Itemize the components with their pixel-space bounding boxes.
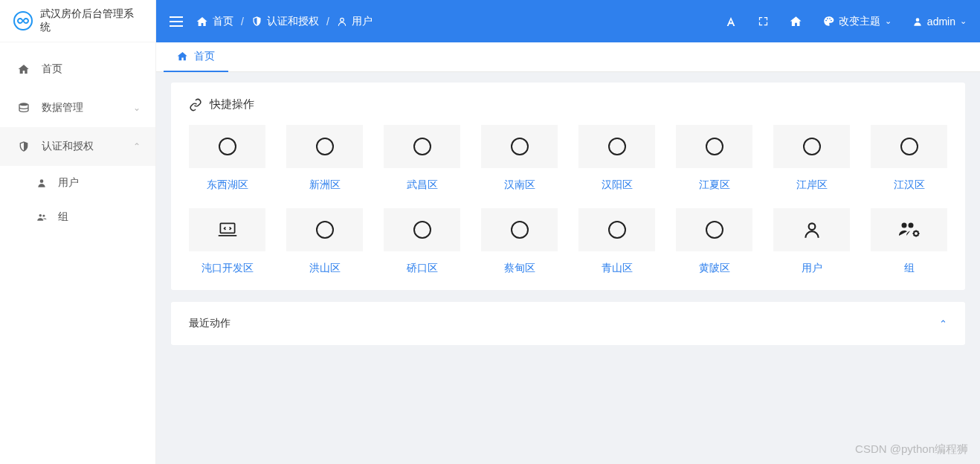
database-icon: [18, 102, 30, 114]
home-icon: [177, 51, 188, 62]
home-button[interactable]: [790, 15, 802, 28]
sidebar-item-data-mgmt[interactable]: 数据管理 ⌄: [0, 88, 155, 127]
circle-icon: [706, 221, 723, 239]
sidebar-item-home[interactable]: 首页: [0, 50, 155, 88]
main-area: 首页 / 认证和授权 / 用户: [156, 0, 980, 464]
laptop-code-icon: [217, 221, 238, 239]
quick-item-label: 江汉区: [894, 178, 925, 192]
breadcrumb-home[interactable]: 首页: [196, 15, 233, 28]
sidebar-item-auth[interactable]: 认证和授权 ⌃: [0, 127, 155, 166]
circle-icon: [608, 138, 626, 155]
svg-rect-5: [170, 21, 183, 22]
tab-label: 首页: [194, 50, 215, 63]
quick-item-label: 汉阳区: [602, 178, 633, 192]
content: 快捷操作 东西湖区 新洲区 武昌区 汉南区 汉阳区 江夏区 江岸区 江汉区 沌口…: [156, 72, 980, 464]
logo-icon: [13, 11, 33, 30]
quick-item[interactable]: 青山区: [578, 208, 655, 275]
svg-point-8: [916, 18, 920, 22]
chevron-down-icon: ⌄: [960, 16, 967, 26]
quick-item-label: 蔡甸区: [504, 262, 535, 275]
quick-item-label: 江夏区: [699, 178, 730, 192]
quick-icon-box: [676, 208, 752, 251]
quick-item[interactable]: 洪山区: [286, 208, 363, 275]
quick-item-label: 武昌区: [407, 178, 438, 192]
panel-header: 快捷操作: [189, 97, 947, 112]
group-icon: [36, 211, 48, 223]
sidebar-item-label: 首页: [42, 62, 62, 76]
quick-item-label: 新洲区: [309, 178, 341, 192]
home-icon: [18, 63, 30, 75]
breadcrumb-separator: /: [241, 16, 244, 28]
quick-icon-box: [384, 125, 460, 168]
palette-icon: [823, 16, 834, 27]
quick-icon-box: [773, 125, 850, 168]
sidebar-subitem-label: 用户: [58, 176, 79, 190]
font-button[interactable]: [725, 16, 737, 28]
quick-icon-box: [189, 125, 265, 168]
group-cog-icon: [898, 221, 921, 239]
breadcrumb-label: 首页: [213, 15, 233, 28]
chevron-down-icon: ⌄: [885, 16, 892, 26]
sidebar: 武汉房价后台管理系统 首页 数据管理 ⌄ 认证和授权 ⌃: [0, 0, 156, 464]
user-label: admin: [927, 16, 955, 28]
sidebar-menu: 首页 数据管理 ⌄ 认证和授权 ⌃: [0, 42, 155, 464]
recent-actions-panel[interactable]: 最近动作 ⌃: [171, 302, 965, 345]
quick-item[interactable]: 组: [871, 208, 947, 275]
quick-item-label: 组: [904, 262, 915, 275]
theme-button[interactable]: 改变主题 ⌄: [823, 15, 892, 28]
panel-title: 最近动作: [189, 317, 231, 330]
quick-icon-box: [481, 208, 558, 251]
quick-item-label: 硚口区: [407, 262, 438, 275]
quick-item[interactable]: 江汉区: [871, 125, 947, 192]
breadcrumb-users[interactable]: 用户: [337, 15, 373, 28]
svg-point-0: [19, 103, 28, 106]
quick-item[interactable]: 硚口区: [384, 208, 460, 275]
svg-point-2: [39, 214, 42, 217]
quick-icon-box: [871, 208, 947, 251]
breadcrumb: 首页 / 认证和授权 / 用户: [196, 15, 373, 28]
quick-icon-box: [384, 208, 460, 251]
quick-item[interactable]: 汉南区: [481, 125, 558, 192]
quick-icon-box: [481, 125, 558, 168]
sidebar-subitem-users[interactable]: 用户: [0, 166, 155, 200]
sidebar-item-label: 认证和授权: [42, 140, 94, 153]
quick-item-label: 东西湖区: [207, 178, 248, 192]
quick-icon-box: [189, 208, 265, 251]
tabbar: 首页: [156, 42, 980, 72]
svg-rect-9: [220, 223, 234, 233]
circle-icon: [803, 138, 821, 155]
quick-actions-panel: 快捷操作 东西湖区 新洲区 武昌区 汉南区 汉阳区 江夏区 江岸区 江汉区 沌口…: [171, 83, 965, 290]
user-icon: [36, 177, 48, 189]
quick-item[interactable]: 蔡甸区: [481, 208, 558, 275]
breadcrumb-label: 认证和授权: [267, 15, 319, 28]
quick-item[interactable]: 沌口开发区: [189, 208, 265, 275]
quick-item[interactable]: 新洲区: [286, 125, 363, 192]
tab-home[interactable]: 首页: [164, 42, 228, 72]
chevron-up-icon: ⌃: [939, 318, 947, 329]
menu-toggle-icon[interactable]: [170, 16, 183, 27]
breadcrumb-auth[interactable]: 认证和授权: [251, 15, 319, 28]
quick-item-label: 汉南区: [504, 178, 535, 192]
quick-grid: 东西湖区 新洲区 武昌区 汉南区 汉阳区 江夏区 江岸区 江汉区 沌口开发区 洪…: [189, 125, 947, 275]
sidebar-subitem-groups[interactable]: 组: [0, 200, 155, 234]
chevron-up-icon: ⌃: [133, 141, 141, 152]
home-icon: [790, 15, 802, 28]
quick-item[interactable]: 武昌区: [384, 125, 460, 192]
fullscreen-button[interactable]: [758, 16, 769, 27]
quick-item[interactable]: 黄陂区: [676, 208, 752, 275]
quick-icon-box: [676, 125, 752, 168]
svg-point-11: [901, 223, 906, 228]
quick-item[interactable]: 东西湖区: [189, 125, 265, 192]
theme-label: 改变主题: [839, 15, 880, 28]
user-menu[interactable]: admin ⌄: [912, 16, 967, 28]
quick-icon-box: [773, 208, 850, 251]
quick-item[interactable]: 用户: [773, 208, 850, 275]
quick-item-label: 青山区: [602, 262, 633, 275]
quick-item[interactable]: 汉阳区: [578, 125, 655, 192]
sidebar-header: 武汉房价后台管理系统: [0, 0, 155, 42]
chevron-down-icon: ⌄: [133, 103, 141, 113]
quick-item-label: 洪山区: [309, 262, 341, 275]
circle-icon: [511, 221, 529, 239]
quick-item[interactable]: 江岸区: [773, 125, 850, 192]
quick-item[interactable]: 江夏区: [676, 125, 752, 192]
